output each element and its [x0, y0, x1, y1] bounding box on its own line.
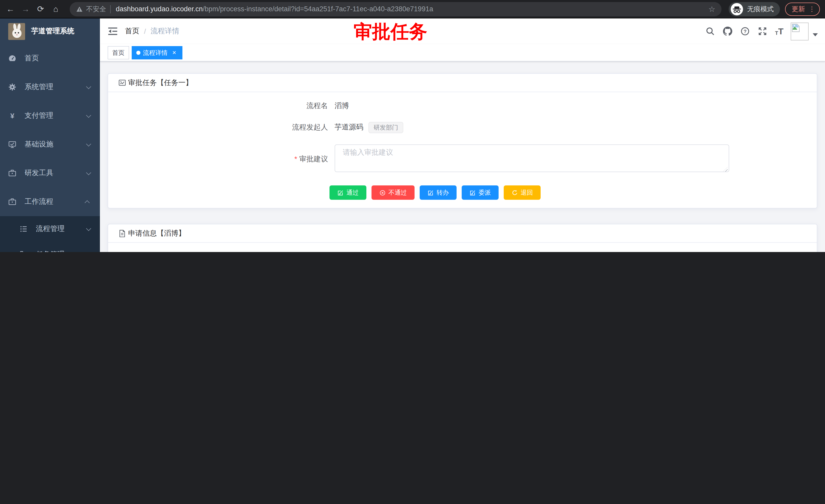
breadcrumb-separator: /	[144, 27, 146, 35]
workflow-submenu: 流程管理 任务管理 我的流程 待办任务 已办	[0, 216, 100, 252]
document-icon	[119, 230, 126, 237]
card-title: 审批任务【任务一】	[128, 78, 193, 88]
incognito-label: 无痕模式	[747, 4, 774, 14]
tab-process-detail[interactable]: 流程详情 ×	[132, 46, 182, 59]
reload-icon[interactable]: ⟳	[35, 2, 46, 16]
incognito-icon	[731, 3, 743, 15]
suggestion-row: *审批建议	[119, 145, 807, 174]
sidebar-collapse-icon[interactable]	[107, 26, 118, 36]
sidebar: 芋道管理系统 首页 系统管理 ¥ 支付管理 基础设施	[0, 18, 100, 252]
main-area: 首页 / 流程详情 审批任务 ? TT	[100, 18, 825, 252]
avatar-dropdown-caret[interactable]	[813, 33, 818, 36]
navbar: 首页 / 流程详情 审批任务 ? TT	[100, 18, 825, 44]
chevron-down-icon	[86, 84, 91, 89]
browser-toolbar: ← → ⟳ ⌂ 不安全 dashboard.yudao.iocoder.cn/b…	[0, 0, 825, 18]
home-icon[interactable]: ⌂	[51, 2, 61, 16]
font-size-icon[interactable]: TT	[775, 27, 783, 35]
app-title: 芋道管理系统	[31, 27, 74, 36]
security-label[interactable]: 不安全	[86, 4, 106, 14]
page-title-annotation: 审批任务	[354, 22, 427, 41]
breadcrumb-current: 流程详情	[151, 27, 179, 36]
initiator-row: 流程发起人 芋道源码研发部门	[119, 122, 807, 133]
undo-icon	[511, 189, 518, 196]
card-header: 申请信息【滔博】	[108, 224, 817, 243]
github-icon[interactable]	[723, 27, 732, 36]
tree-icon	[19, 250, 28, 252]
approval-actions: 通过 不通过 转办 委	[329, 185, 807, 200]
close-tab-icon[interactable]: ×	[171, 49, 178, 56]
breadcrumb: 首页 / 流程详情	[125, 27, 179, 36]
screen: ← → ⟳ ⌂ 不安全 dashboard.yudao.iocoder.cn/b…	[0, 0, 825, 252]
incognito-badge: 无痕模式	[729, 2, 780, 16]
sidebar-item-process-management[interactable]: 流程管理	[0, 216, 100, 242]
approve-button[interactable]: 通过	[329, 185, 366, 200]
svg-text:?: ?	[743, 29, 746, 34]
transfer-button[interactable]: 转办	[420, 185, 457, 200]
app-logo-rabbit	[8, 23, 25, 40]
back-icon[interactable]: ←	[5, 2, 16, 16]
initiator-value: 芋道源码研发部门	[334, 122, 403, 133]
fullscreen-icon[interactable]	[758, 27, 767, 36]
sidebar-item-task-management[interactable]: 任务管理	[0, 242, 100, 252]
tab-home[interactable]: 首页	[107, 46, 129, 59]
app-logo-row[interactable]: 芋道管理系统	[0, 18, 100, 44]
forward-icon[interactable]: →	[20, 2, 31, 16]
sidebar-item-home[interactable]: 首页	[0, 44, 100, 73]
help-icon[interactable]: ?	[740, 27, 749, 36]
broken-image-icon	[792, 23, 801, 32]
card-title: 申请信息【滔博】	[128, 229, 185, 238]
sidebar-item-workflow[interactable]: 工作流程	[0, 187, 100, 216]
active-tab-dot	[136, 51, 140, 55]
breadcrumb-home[interactable]: 首页	[125, 27, 139, 36]
delegate-button[interactable]: 委派	[462, 185, 499, 200]
suggestion-textarea[interactable]	[334, 145, 729, 172]
edit-icon	[337, 189, 344, 196]
dashboard-icon	[8, 54, 16, 63]
sidebar-item-infrastructure[interactable]: 基础设施	[0, 130, 100, 159]
warning-icon	[76, 5, 83, 12]
sidebar-item-dev-tools[interactable]: 研发工具	[0, 159, 100, 187]
address-bar[interactable]: 不安全 dashboard.yudao.iocoder.cn/bpm/proce…	[70, 2, 722, 16]
process-name-row: 流程名 滔博	[119, 101, 807, 111]
monitor-icon	[8, 140, 16, 149]
edit-icon	[427, 189, 434, 196]
sidebar-item-payment[interactable]: ¥ 支付管理	[0, 101, 100, 130]
circle-close-icon	[379, 189, 386, 196]
page-content: 审批任务【任务一】 流程名 滔博 流程发起人 芋道源码研发部门	[100, 62, 825, 252]
browser-menu-icon[interactable]: ⋮	[809, 5, 815, 13]
chrome-update-button[interactable]: 更新 ⋮	[785, 2, 820, 16]
return-button[interactable]: 退回	[504, 185, 541, 200]
tags-view-bar: 首页 流程详情 ×	[100, 44, 825, 62]
avatar[interactable]	[791, 22, 809, 40]
chevron-down-icon	[86, 226, 91, 231]
bookmark-star-icon[interactable]: ☆	[708, 4, 715, 14]
card-header: 审批任务【任务一】	[108, 74, 817, 92]
edit-icon	[469, 189, 476, 196]
reject-button[interactable]: 不通过	[372, 185, 415, 200]
svg-text:¥: ¥	[10, 112, 14, 120]
dept-tag: 研发部门	[368, 122, 403, 133]
url-text: dashboard.yudao.iocoder.cn/bpm/process-i…	[116, 5, 704, 13]
chevron-down-icon	[86, 141, 91, 146]
approval-task-card: 审批任务【任务一】 流程名 滔博 流程发起人 芋道源码研发部门	[107, 73, 817, 208]
picture-icon	[119, 79, 126, 87]
briefcase-icon	[8, 169, 16, 177]
chevron-down-icon	[86, 112, 91, 117]
yen-icon: ¥	[8, 112, 16, 120]
sidebar-item-system[interactable]: 系统管理	[0, 73, 100, 101]
divider	[110, 5, 111, 13]
required-asterisk: *	[294, 155, 297, 163]
navbar-right: ? TT	[697, 22, 825, 40]
gear-icon	[8, 83, 16, 91]
chevron-down-icon	[86, 170, 91, 175]
application-info-card: 申请信息【滔博】 *单行文本 AAA *多选框组 选项一	[107, 224, 817, 252]
process-name-value: 滔博	[334, 101, 349, 111]
list-icon	[19, 225, 28, 233]
search-icon[interactable]	[705, 27, 715, 36]
briefcase-icon	[8, 198, 16, 206]
